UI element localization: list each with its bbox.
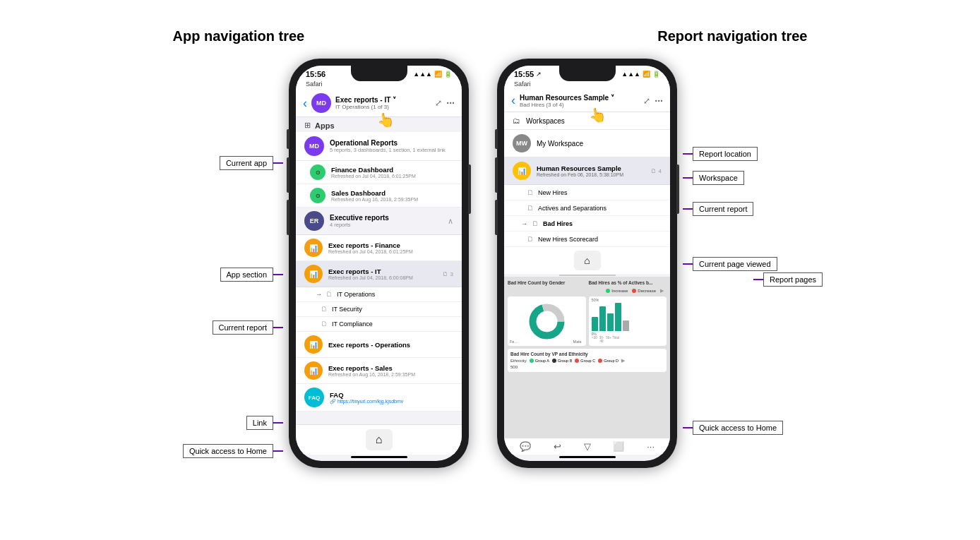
- hr-report-item[interactable]: 📊 Human Resources Sample Refreshed on Fe…: [504, 157, 670, 185]
- left-carrier: Safari: [296, 80, 462, 90]
- left-scroll[interactable]: ⊞ Apps MD Operational Reports 5 reports,…: [296, 117, 462, 424]
- quick-home-left-label-item: Quick access to Home: [183, 444, 283, 458]
- left-status-time: 15:56: [306, 70, 325, 78]
- new-hires-text: New Hires: [538, 189, 568, 196]
- main-content: Current app App section Current report L…: [21, 59, 959, 468]
- right-phone-frame: 15:55 ↗ ▲▲▲ 📶 🔋 Safari ‹: [497, 59, 677, 468]
- right-bottom-bar: 💬 ↩ ▽ ⬜ ···: [504, 438, 670, 455]
- exec-it-icon: 📊: [304, 265, 323, 283]
- more-icon[interactable]: ···: [647, 441, 655, 452]
- workspace-label-item: Workspace: [683, 171, 744, 185]
- apps-label: Apps: [315, 121, 335, 130]
- ethnicity-section: Bad Hire Count by VP and Ethnicity Ethni…: [508, 349, 667, 372]
- current-report-left-label: Current report: [213, 320, 273, 335]
- right-annotations: Report location Workspace Current report…: [677, 59, 801, 435]
- hr-report-icon: 📊: [513, 162, 531, 180]
- comments-icon[interactable]: 💬: [520, 441, 531, 452]
- my-workspace-item[interactable]: MW My Workspace: [504, 130, 670, 157]
- app-section-label-item: App section: [220, 268, 283, 282]
- left-home-indicator: [351, 456, 407, 458]
- sales-sub: Refreshed on Aug 16, 2018, 2:59:35PM: [331, 197, 453, 202]
- finance-title: Finance Dashboard: [331, 166, 453, 174]
- right-phone-screen: 15:55 ↗ ▲▲▲ 📶 🔋 Safari ‹: [504, 66, 670, 461]
- exec-sales-title: Exec reports - Sales: [328, 364, 453, 372]
- right-title: Report navigation tree: [657, 28, 807, 44]
- right-status-time: 15:55: [514, 70, 534, 78]
- left-nav-expand[interactable]: ⤢: [435, 98, 442, 108]
- exec-finance-item[interactable]: 📊 Exec reports - Finance Refreshed on Ju…: [296, 235, 462, 261]
- md-avatar: MD: [304, 136, 324, 156]
- right-wifi-icon: 📶: [643, 71, 650, 78]
- hr-report-sub: Refreshed on Feb 06, 2018, 5:38:10PM: [537, 172, 645, 177]
- operational-reports-item[interactable]: MD Operational Reports 5 reports, 3 dash…: [296, 132, 462, 161]
- left-nav-subtitle: IT Operations (1 of 3): [335, 104, 431, 110]
- right-nav-more[interactable]: ···: [655, 95, 663, 107]
- right-home-btn[interactable]: ⌂: [574, 251, 601, 270]
- exec-it-item[interactable]: 📊 Exec reports - IT Refreshed on Jul 04,…: [296, 261, 462, 287]
- right-nav-expand[interactable]: ⤢: [643, 96, 650, 106]
- current-report-right-label-item: Current report: [683, 202, 753, 216]
- scorecard-text: New Hires Scorecard: [538, 236, 598, 243]
- sales-dashboard-item[interactable]: ⊙ Sales Dashboard Refreshed on Aug 16, 2…: [296, 184, 462, 208]
- right-battery-icon: 🔋: [652, 71, 660, 78]
- scorecard-doc: 🗋: [527, 235, 534, 243]
- left-title: App navigation tree: [173, 28, 305, 44]
- exec-ops-item[interactable]: 📊 Exec reports - Operations: [296, 332, 462, 358]
- quick-home-right-label-item: Quick access to Home: [683, 421, 783, 435]
- copy-icon[interactable]: ⬜: [613, 441, 624, 452]
- faq-item[interactable]: FAQ FAQ 🔗 https://tinyurl.com/kjg.kjsdbm…: [296, 384, 462, 412]
- right-carrier: Safari: [504, 80, 670, 90]
- bad-hires-doc: 🗋: [532, 220, 539, 227]
- section-collapse-icon[interactable]: ∧: [448, 217, 453, 226]
- actives-sep-page[interactable]: 🗋 Actives and Separations: [504, 200, 670, 216]
- right-nav-back[interactable]: ‹: [511, 93, 515, 108]
- page-container: App navigation tree Report navigation tr…: [0, 14, 980, 540]
- new-hires-page[interactable]: 🗋 New Hires: [504, 185, 670, 200]
- left-nav-title: Exec reports - IT ˅: [335, 96, 431, 104]
- bad-hires-page[interactable]: → 🗋 Bad Hires: [504, 216, 670, 232]
- left-nav-avatar: MD: [311, 93, 331, 113]
- exec-reports-section: ER Executive reports 4 reports ∧: [296, 208, 462, 235]
- exec-finance-title: Exec reports - Finance: [328, 241, 453, 249]
- operational-text: Operational Reports 5 reports, 3 dashboa…: [330, 139, 453, 153]
- left-annotations: Current app App section Current report L…: [179, 59, 289, 458]
- current-app-label-item: Current app: [220, 156, 283, 170]
- scorecard-page[interactable]: 🗋 New Hires Scorecard: [504, 232, 670, 247]
- quick-home-left-label: Quick access to Home: [183, 444, 273, 458]
- it-comp-text: IT Compliance: [332, 320, 373, 328]
- it-comp-doc: 🗋: [321, 320, 328, 328]
- workspaces-item[interactable]: 🗂 Workspaces: [504, 112, 670, 130]
- it-security-item[interactable]: 🗋 IT Security: [296, 302, 462, 317]
- it-ops-arrow: →: [316, 291, 322, 298]
- hr-report-count: 🗋 4: [651, 168, 662, 174]
- report-location-label: Report location: [693, 147, 758, 161]
- signal-icon: ▲▲▲: [413, 71, 432, 78]
- it-sec-text: IT Security: [332, 306, 362, 313]
- right-nav-title-block: Human Resources Sample ˅ Bad Hires (3 of…: [520, 94, 639, 108]
- faq-title: FAQ: [330, 391, 453, 399]
- left-home-btn[interactable]: ⌂: [366, 429, 393, 450]
- finance-icon: ⊙: [310, 164, 325, 180]
- exec-it-sub: Refreshed on Jul 04, 2018, 6:00:08PM: [328, 275, 437, 280]
- undo-icon[interactable]: ↩: [554, 441, 561, 452]
- finance-dashboard-item[interactable]: ⊙ Finance Dashboard Refreshed on Jul 04,…: [296, 161, 462, 184]
- it-compliance-item[interactable]: 🗋 IT Compliance: [296, 317, 462, 332]
- exec-sales-item[interactable]: 📊 Exec reports - Sales Refreshed on Aug …: [296, 358, 462, 384]
- operational-sub: 5 reports, 3 dashboards, 1 section, 1 ex…: [330, 147, 453, 153]
- left-section: Current app App section Current report L…: [179, 59, 469, 468]
- report-location-label-item: Report location: [683, 147, 758, 161]
- faq-url[interactable]: 🔗 https://tinyurl.com/kjg.kjsdbmv: [330, 399, 453, 404]
- operational-title: Operational Reports: [330, 139, 453, 147]
- new-hires-doc: 🗋: [527, 188, 534, 196]
- workspaces-label: Workspaces: [526, 117, 565, 125]
- right-scroll[interactable]: 🗂 Workspaces MW My Workspace 📊: [504, 112, 670, 438]
- left-nav-more[interactable]: ···: [446, 97, 455, 109]
- it-operations-item[interactable]: → 🗋 IT Operations: [296, 287, 462, 302]
- filter-icon[interactable]: ▽: [584, 441, 591, 452]
- faq-avatar: FAQ: [304, 388, 324, 407]
- sales-title: Sales Dashboard: [331, 189, 453, 197]
- current-page-label: Current page viewed: [693, 257, 777, 271]
- exec-reports-title: Executive reports: [330, 214, 442, 222]
- battery-icon: 🔋: [444, 71, 452, 78]
- left-nav-back[interactable]: ‹: [303, 96, 307, 111]
